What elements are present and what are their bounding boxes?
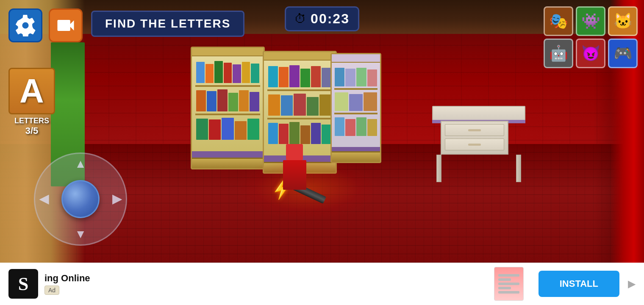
arrow-up-icon: ▲ <box>75 158 86 170</box>
avatar-2: 👾 <box>576 6 605 36</box>
mission-banner: FIND THE LETTERS <box>91 11 244 37</box>
arrow-right-icon: ▶ <box>112 193 122 205</box>
joystick-container[interactable]: ▲ ▼ ◀ ▶ <box>34 152 127 246</box>
mission-text: FIND THE LETTERS <box>105 17 230 30</box>
camera-button[interactable] <box>49 8 83 42</box>
arrow-left-icon: ◀ <box>39 193 49 205</box>
ad-content: ing Online Ad <box>44 273 488 295</box>
timer-icon: ⏱ <box>294 12 306 26</box>
desk <box>432 106 525 182</box>
letters-count: 3/5 <box>8 125 55 136</box>
ad-badge: Ad <box>44 286 59 295</box>
avatar-6: 🎮 <box>608 39 638 68</box>
avatar-3: 🐱 <box>608 6 638 36</box>
letter-display: A <box>8 68 55 114</box>
letters-progress: LETTERS 3/5 <box>8 116 55 136</box>
avatar-4: 🤖 <box>544 39 573 68</box>
ad-logo: S <box>8 269 38 299</box>
timer-container: ⏱ 00:23 <box>285 6 359 31</box>
joystick-arrows: ▲ ▼ ◀ ▶ <box>35 154 126 244</box>
avatar-1: 🎭 <box>544 6 573 36</box>
letters-label: LETTERS <box>8 116 55 125</box>
ad-title: ing Online <box>44 273 488 284</box>
bookcase-1 <box>191 47 265 169</box>
gear-icon <box>14 14 36 36</box>
game-viewport: ⚡ FIND THE LETTERS ⏱ 00:23 A LET <box>0 0 644 263</box>
ad-banner: S ing Online Ad INSTALL ▶ <box>0 263 644 305</box>
player-character <box>280 144 309 195</box>
bookcase-3 <box>330 53 381 163</box>
arrow-down-icon: ▼ <box>75 228 86 240</box>
camera-icon <box>55 14 77 36</box>
current-letter: A <box>19 72 44 111</box>
ad-arrow-icon: ▶ <box>628 278 636 290</box>
settings-button[interactable] <box>8 8 42 42</box>
joystick-outer[interactable]: ▲ ▼ ◀ ▶ <box>34 152 127 246</box>
letter-hud: A LETTERS 3/5 <box>8 68 55 136</box>
ad-install-button[interactable]: INSTALL <box>539 271 619 297</box>
avatar-5: 😈 <box>576 39 605 68</box>
ad-image <box>494 267 524 301</box>
timer-display: 00:23 <box>311 11 350 27</box>
avatars-grid: 🎭 👾 🐱 🤖 😈 🎮 <box>544 6 638 68</box>
